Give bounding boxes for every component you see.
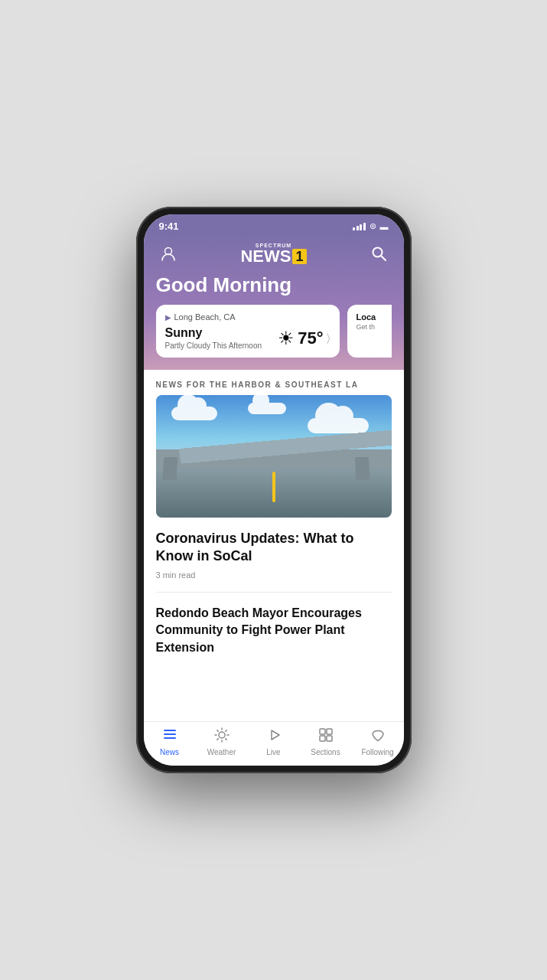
local-card-sub: Get th <box>357 323 392 331</box>
svg-rect-4 <box>164 733 176 735</box>
cloud-2 <box>308 418 369 433</box>
article-divider <box>156 592 392 593</box>
weather-info: Sunny Partly Cloudy This Afternoon ☀ 75°… <box>165 326 330 350</box>
temperature-text: 75° <box>298 328 323 348</box>
nav-item-news[interactable]: News <box>144 727 196 756</box>
chevron-right-icon: 〉 <box>327 332 330 345</box>
svg-rect-3 <box>164 730 176 731</box>
status-time: 9:41 <box>159 220 179 232</box>
status-bar: 9:41 ⊛ ▬ <box>144 214 404 235</box>
profile-button[interactable] <box>156 241 181 266</box>
signal-icon <box>353 223 366 230</box>
article-1-title[interactable]: Coronavirus Updates: What to Know in SoC… <box>144 525 404 569</box>
svg-line-11 <box>217 730 217 731</box>
weather-card-secondary[interactable]: Loca Get th <box>347 305 392 358</box>
svg-line-13 <box>225 730 226 731</box>
wifi-icon: ⊛ <box>370 221 376 231</box>
sections-nav-icon <box>317 727 334 746</box>
svg-rect-19 <box>327 736 332 741</box>
svg-rect-16 <box>320 729 325 734</box>
nav-item-sections[interactable]: Sections <box>300 727 352 756</box>
weather-condition: Sunny <box>165 326 262 340</box>
cloud-1 <box>171 407 217 420</box>
nav-item-weather[interactable]: Weather <box>196 727 248 756</box>
bottom-nav: News Weather <box>144 721 404 766</box>
svg-line-12 <box>225 739 226 740</box>
news-nav-icon <box>161 727 178 746</box>
weather-nav-icon <box>213 727 230 746</box>
phone-frame: 9:41 ⊛ ▬ <box>136 207 412 773</box>
cloud-3 <box>248 403 286 414</box>
svg-point-0 <box>164 248 171 255</box>
svg-line-14 <box>217 739 217 740</box>
svg-point-6 <box>219 732 225 738</box>
weather-card-main[interactable]: ▶ Long Beach, CA Sunny Partly Cloudy Thi… <box>156 305 340 358</box>
logo-news-text: NEWS 1 <box>240 248 306 265</box>
weather-nav-label: Weather <box>207 748 236 756</box>
nav-item-following[interactable]: Following <box>352 727 404 756</box>
phone-screen: 9:41 ⊛ ▬ <box>144 214 404 766</box>
section-label: NEWS FOR THE HARBOR & SOUTHEAST LA <box>144 370 404 395</box>
svg-marker-15 <box>272 730 279 740</box>
app-header: SPECTRUM NEWS 1 Good Morning <box>144 235 404 370</box>
following-nav-icon <box>370 727 386 746</box>
svg-line-2 <box>381 256 386 260</box>
location-row: ▶ Long Beach, CA <box>165 312 330 322</box>
status-icons: ⊛ ▬ <box>353 221 389 231</box>
svg-rect-18 <box>320 736 325 741</box>
local-card-title: Loca <box>357 312 392 322</box>
location-text: Long Beach, CA <box>174 312 236 322</box>
greeting-text: Good Morning <box>156 273 392 297</box>
svg-rect-17 <box>327 729 332 734</box>
app-logo: SPECTRUM NEWS 1 <box>240 243 306 265</box>
article-1-meta: 3 min read <box>144 569 404 587</box>
article-2-title[interactable]: Redondo Beach Mayor Encourages Community… <box>144 597 404 668</box>
following-nav-label: Following <box>361 748 393 756</box>
header-nav: SPECTRUM NEWS 1 <box>156 241 392 266</box>
news-nav-label: News <box>160 748 179 756</box>
news-content[interactable]: NEWS FOR THE HARBOR & SOUTHEAST LA <box>144 370 404 721</box>
live-nav-label: Live <box>266 748 280 756</box>
nav-item-live[interactable]: Live <box>248 727 300 756</box>
sun-icon: ☀ <box>278 328 295 349</box>
weather-cards: ▶ Long Beach, CA Sunny Partly Cloudy Thi… <box>156 305 392 358</box>
search-button[interactable] <box>366 241 391 266</box>
live-nav-icon <box>265 727 282 746</box>
article-image[interactable] <box>156 395 392 518</box>
weather-sub-condition: Partly Cloudy This Afternoon <box>165 341 262 350</box>
svg-rect-5 <box>164 737 176 739</box>
battery-icon: ▬ <box>380 222 389 231</box>
location-arrow-icon: ▶ <box>165 313 171 322</box>
sections-nav-label: Sections <box>311 748 340 756</box>
highway-scene <box>156 395 392 518</box>
